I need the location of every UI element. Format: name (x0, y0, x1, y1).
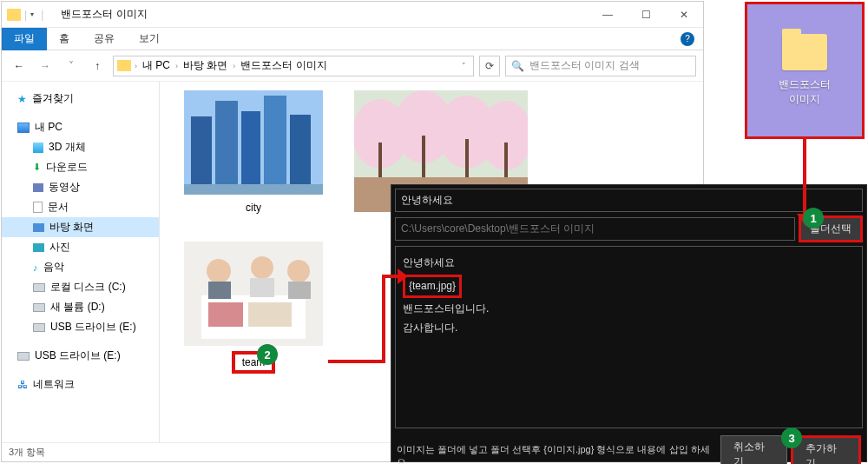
tree-this-pc[interactable]: 내 PC (2, 117, 159, 137)
dialog-path-row: C:\Users\core\Desktop\밴드포스터 이미지 폴더선택 (395, 215, 863, 242)
tree-usb-e[interactable]: USB 드라이브 (E:) (2, 317, 159, 337)
maximize-button[interactable]: ☐ (627, 2, 665, 28)
file-item-team[interactable]: team (184, 242, 323, 374)
minimize-button[interactable]: — (589, 2, 627, 28)
chevron-right-icon: › (175, 62, 178, 70)
refresh-button[interactable]: ⟳ (479, 56, 500, 76)
svg-rect-26 (288, 282, 311, 299)
window-controls: — ☐ ✕ (589, 2, 703, 28)
arrow-line (382, 275, 385, 363)
button-label: 취소하기 (733, 441, 765, 464)
music-icon: ♪ (33, 262, 38, 273)
document-icon (33, 202, 43, 213)
breadcrumb[interactable]: 밴드포스터 이미지 (239, 58, 328, 73)
svg-rect-4 (264, 96, 286, 186)
search-placeholder: 밴드포스터 이미지 검색 (529, 58, 640, 73)
tree-label: 음악 (43, 260, 64, 275)
svg-rect-1 (191, 116, 212, 186)
titlebar-icons: | ▾ | (2, 9, 43, 21)
tree-documents[interactable]: 문서 (2, 197, 159, 217)
arrow-line (328, 360, 385, 363)
tree-label: 바탕 화면 (49, 220, 94, 235)
tab-home[interactable]: 홈 (47, 31, 82, 46)
folder-icon (782, 34, 827, 70)
cancel-button[interactable]: 취소하기 (720, 435, 787, 464)
nav-tree: ★즐겨찾기 내 PC 3D 개체 ⬇다운로드 동영상 문서 바탕 화면 사진 ♪… (2, 82, 160, 442)
dialog-body-textarea[interactable]: 안녕하세요 {team.jpg} 밴드포스터입니다. 감사합니다. (395, 246, 863, 428)
tree-label: USB 드라이브 (E:) (35, 348, 121, 363)
message-dialog: 안녕하세요 C:\Users\core\Desktop\밴드포스터 이미지 폴더… (391, 184, 867, 462)
nav-forward-button[interactable]: → (35, 56, 56, 76)
svg-rect-22 (208, 282, 231, 299)
qat-dropdown-icon[interactable]: ▾ (30, 10, 34, 18)
nav-toolbar: ← → ˅ ↑ › 내 PC › 바탕 화면 › 밴드포스터 이미지 ˅ ⟳ 🔍… (2, 50, 703, 82)
image-token: {team.jpg} (403, 275, 462, 299)
svg-point-25 (287, 260, 310, 282)
pictures-icon (33, 243, 44, 252)
desktop-folder-callout[interactable]: 밴드포스터 이미지 (745, 2, 865, 139)
tree-network[interactable]: 🖧네트워크 (2, 375, 159, 394)
nav-up-button[interactable]: ↑ (87, 56, 108, 76)
file-item-city[interactable]: city (184, 90, 323, 215)
tree-quick-access[interactable]: ★즐겨찾기 (2, 89, 159, 109)
titlebar[interactable]: | ▾ | 밴드포스터 이미지 — ☐ ✕ (2, 2, 703, 28)
arrow-head-icon (398, 268, 408, 284)
breadcrumb[interactable]: 바탕 화면 (181, 58, 229, 73)
tree-label: 새 볼륨 (D:) (50, 300, 105, 315)
tree-music[interactable]: ♪음악 (2, 257, 159, 277)
tree-label: 로컬 디스크 (C:) (50, 280, 126, 295)
svg-rect-3 (241, 111, 260, 186)
tree-volume-d[interactable]: 새 볼륨 (D:) (2, 297, 159, 317)
tab-view[interactable]: 보기 (127, 31, 172, 46)
thumbnail (184, 242, 323, 346)
arrow-line (803, 139, 806, 217)
help-icon[interactable]: ? (681, 32, 694, 46)
svg-rect-19 (208, 302, 243, 327)
tree-label: USB 드라이브 (E:) (50, 320, 136, 335)
tree-label: 문서 (48, 200, 69, 215)
ribbon-tabs: 파일 홈 공유 보기 ? (2, 28, 703, 50)
svg-point-21 (207, 259, 231, 283)
tree-videos[interactable]: 동영상 (2, 177, 159, 197)
folder-label: 밴드포스터 이미지 (779, 77, 831, 107)
dialog-subject-input[interactable]: 안녕하세요 (395, 189, 863, 212)
qat-divider: | (24, 9, 27, 21)
callout-2: 2 (257, 344, 278, 365)
callout-3: 3 (781, 428, 802, 448)
chevron-right-icon: › (135, 62, 137, 70)
tree-label: 내 PC (35, 120, 62, 135)
qat-sep: | (41, 9, 43, 21)
tree-label: 즐겨찾기 (32, 91, 74, 106)
address-dropdown-icon[interactable]: ˅ (458, 62, 470, 70)
usb-icon (33, 323, 45, 332)
tree-label: 네트워크 (33, 377, 75, 392)
close-button[interactable]: ✕ (665, 2, 703, 28)
nav-back-button[interactable]: ← (9, 56, 30, 76)
svg-rect-6 (184, 184, 323, 195)
item-count: 3개 항목 (9, 446, 45, 459)
tab-share[interactable]: 공유 (82, 31, 127, 46)
dialog-hint: 이미지는 폴더에 넣고 폴더 선택후 {이미지.jpg} 형식으로 내용에 삽입… (397, 443, 717, 464)
body-line: 감사합니다. (403, 319, 855, 338)
pc-icon (17, 123, 30, 133)
button-label: 추가하기 (806, 442, 837, 464)
search-input[interactable]: 🔍 밴드포스터 이미지 검색 (505, 56, 696, 76)
address-bar[interactable]: › 내 PC › 바탕 화면 › 밴드포스터 이미지 ˅ (113, 56, 474, 76)
download-icon: ⬇ (33, 162, 41, 173)
tree-usb-e-root[interactable]: USB 드라이브 (E:) (2, 346, 159, 366)
dialog-path-input[interactable]: C:\Users\core\Desktop\밴드포스터 이미지 (395, 217, 795, 241)
breadcrumb[interactable]: 내 PC (141, 58, 172, 73)
svg-rect-24 (250, 278, 274, 297)
file-caption: city (239, 200, 268, 215)
tree-3d-objects[interactable]: 3D 개체 (2, 137, 159, 157)
svg-rect-5 (290, 115, 311, 186)
nav-recent-button[interactable]: ˅ (61, 56, 82, 76)
svg-rect-20 (248, 302, 292, 327)
tab-file[interactable]: 파일 (2, 28, 47, 50)
tree-pictures[interactable]: 사진 (2, 237, 159, 257)
folder-icon (7, 9, 21, 21)
network-icon: 🖧 (17, 379, 28, 391)
tree-downloads[interactable]: ⬇다운로드 (2, 157, 159, 177)
tree-desktop[interactable]: 바탕 화면 (2, 217, 159, 237)
tree-local-disk-c[interactable]: 로컬 디스크 (C:) (2, 277, 159, 297)
